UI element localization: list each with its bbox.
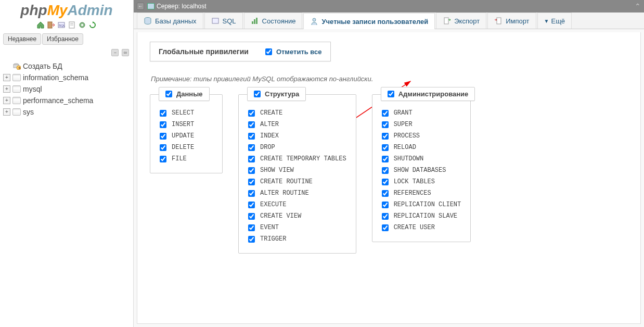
- privilege-item[interactable]: EVENT: [248, 222, 346, 233]
- tab-sql[interactable]: SQL: [204, 12, 243, 29]
- privilege-item[interactable]: LOCK TABLES: [382, 176, 461, 187]
- privilege-item[interactable]: ALTER: [248, 119, 346, 130]
- settings-gear-icon[interactable]: [78, 21, 86, 29]
- privilege-item[interactable]: INSERT: [160, 119, 213, 130]
- privilege-checkbox[interactable]: [382, 213, 389, 220]
- privilege-checkbox[interactable]: [160, 110, 166, 117]
- privilege-item[interactable]: RELOAD: [382, 142, 461, 153]
- privilege-checkbox[interactable]: [382, 156, 389, 162]
- privilege-item[interactable]: CREATE: [248, 107, 346, 119]
- tab-databases[interactable]: Базы данных: [137, 12, 203, 29]
- privilege-checkbox[interactable]: [382, 202, 389, 208]
- privilege-name: CREATE VIEW: [260, 212, 301, 220]
- logo-part-php: php: [20, 2, 47, 18]
- privilege-item[interactable]: REFERENCES: [382, 187, 461, 199]
- privilege-item[interactable]: FILE: [160, 153, 213, 165]
- privilege-checkbox[interactable]: [160, 156, 166, 162]
- db-tree-item[interactable]: +sys: [2, 106, 131, 118]
- privilege-checkbox[interactable]: [248, 236, 255, 243]
- expand-icon[interactable]: +: [3, 97, 10, 104]
- check-all-checkbox[interactable]: [265, 48, 272, 55]
- tab-recent[interactable]: Недавнее: [3, 33, 41, 45]
- privilege-checkbox[interactable]: [248, 121, 255, 128]
- privilege-item[interactable]: SELECT: [160, 107, 213, 119]
- privilege-checkbox[interactable]: [160, 121, 166, 128]
- privilege-checkbox[interactable]: [248, 110, 255, 117]
- privilege-item[interactable]: DROP: [248, 142, 346, 153]
- expand-icon[interactable]: +: [3, 74, 10, 81]
- privilege-item[interactable]: CREATE USER: [382, 222, 461, 233]
- privilege-item[interactable]: TRIGGER: [248, 233, 346, 245]
- expand-icon[interactable]: +: [3, 85, 10, 93]
- exit-icon[interactable]: [47, 21, 55, 29]
- privilege-checkbox[interactable]: [248, 190, 255, 197]
- privilege-checkbox[interactable]: [382, 110, 389, 117]
- tab-status[interactable]: Состояние: [244, 12, 303, 29]
- privilege-checkbox[interactable]: [382, 179, 389, 185]
- privilege-item[interactable]: SUPER: [382, 119, 461, 130]
- privilege-item[interactable]: INDEX: [248, 130, 346, 142]
- db-tree-item[interactable]: +information_schema: [2, 72, 131, 83]
- expand-icon[interactable]: +: [3, 108, 10, 116]
- collapse-top-icon[interactable]: ⌃: [635, 2, 641, 10]
- privilege-name: SUPER: [394, 121, 413, 128]
- privilege-checkbox[interactable]: [248, 144, 255, 151]
- tab-favorites[interactable]: Избранное: [42, 33, 83, 45]
- privilege-group-header[interactable]: Данные: [159, 87, 210, 101]
- reload-icon[interactable]: [88, 21, 97, 29]
- link-icon[interactable]: ∞: [122, 49, 129, 56]
- sql-tab-icon: [211, 17, 220, 25]
- create-db-link[interactable]: ★ Создать БД: [2, 60, 131, 72]
- privilege-item[interactable]: CREATE ROUTINE: [248, 176, 346, 187]
- privilege-checkbox[interactable]: [382, 167, 389, 174]
- privilege-group-header[interactable]: Структура: [247, 87, 306, 101]
- docs-icon[interactable]: [68, 21, 76, 29]
- privilege-item[interactable]: SHUTDOWN: [382, 153, 461, 165]
- privilege-checkbox[interactable]: [248, 156, 255, 162]
- tab-import-label: Импорт: [506, 17, 529, 25]
- database-icon: [12, 74, 21, 81]
- tab-more[interactable]: ▼ Ещё: [537, 12, 572, 29]
- privilege-item[interactable]: REPLICATION CLIENT: [382, 199, 461, 210]
- privilege-checkbox[interactable]: [382, 190, 389, 197]
- group-checkbox[interactable]: [388, 91, 394, 97]
- privilege-name: RELOAD: [394, 144, 416, 151]
- tab-import[interactable]: Импорт: [487, 12, 536, 29]
- privilege-item[interactable]: DELETE: [160, 142, 213, 153]
- privilege-checkbox[interactable]: [382, 133, 389, 140]
- sql-icon[interactable]: SQL: [57, 21, 66, 29]
- privilege-item[interactable]: CREATE TEMPORARY TABLES: [248, 153, 346, 165]
- privilege-name: GRANT: [394, 109, 413, 117]
- tab-users[interactable]: Учетные записи пользователей: [303, 13, 435, 29]
- group-checkbox[interactable]: [165, 91, 172, 97]
- privilege-checkbox[interactable]: [248, 167, 255, 174]
- group-checkbox[interactable]: [254, 91, 261, 97]
- privilege-item[interactable]: PROCESS: [382, 130, 461, 142]
- nav-back-icon[interactable]: ←: [137, 3, 144, 10]
- db-tree-item[interactable]: +performance_schema: [2, 95, 131, 106]
- collapse-minus-icon[interactable]: −: [111, 49, 119, 56]
- privilege-item[interactable]: REPLICATION SLAVE: [382, 210, 461, 222]
- privilege-item[interactable]: EXECUTE: [248, 199, 346, 210]
- privilege-item[interactable]: GRANT: [382, 107, 461, 119]
- check-all-label[interactable]: Отметить все: [257, 43, 330, 61]
- privilege-checkbox[interactable]: [248, 179, 255, 185]
- privilege-item[interactable]: CREATE VIEW: [248, 210, 346, 222]
- privilege-item[interactable]: UPDATE: [160, 130, 213, 142]
- privilege-checkbox[interactable]: [248, 133, 255, 140]
- privilege-checkbox[interactable]: [248, 202, 255, 208]
- privilege-item[interactable]: SHOW VIEW: [248, 165, 346, 176]
- privilege-checkbox[interactable]: [160, 133, 166, 140]
- privilege-checkbox[interactable]: [248, 213, 255, 220]
- tab-export[interactable]: Экспорт: [436, 12, 486, 29]
- privilege-checkbox[interactable]: [160, 144, 166, 151]
- home-icon[interactable]: [36, 21, 45, 29]
- privilege-item[interactable]: SHOW DATABASES: [382, 165, 461, 176]
- privilege-item[interactable]: ALTER ROUTINE: [248, 187, 346, 199]
- db-tree-item[interactable]: +mysql: [2, 83, 131, 95]
- privilege-checkbox[interactable]: [382, 121, 389, 128]
- privilege-checkbox[interactable]: [248, 224, 255, 231]
- privilege-checkbox[interactable]: [382, 224, 389, 231]
- privilege-checkbox[interactable]: [382, 144, 389, 151]
- privilege-group-header[interactable]: Администрирование: [381, 87, 475, 101]
